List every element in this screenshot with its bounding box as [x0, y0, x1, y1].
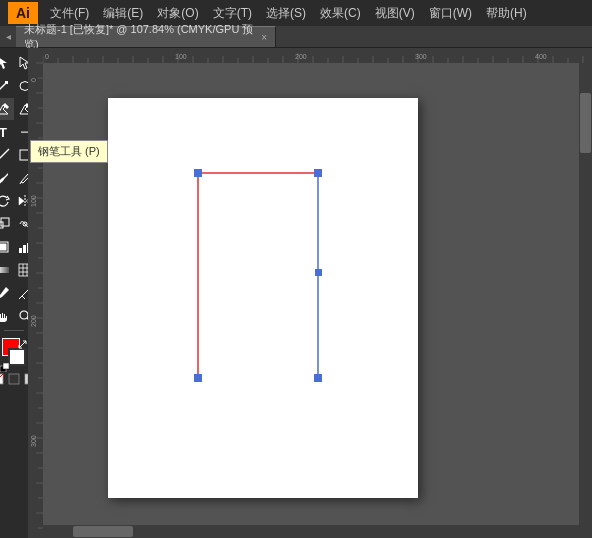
canvas-area[interactable]: 0 100 200 300 400 [28, 48, 592, 538]
selection-tool[interactable] [0, 52, 14, 74]
main-area: T T [0, 48, 592, 538]
menu-help[interactable]: 帮助(H) [480, 3, 533, 24]
svg-rect-1 [5, 81, 8, 84]
default-colors-icon[interactable] [0, 361, 9, 370]
hand-tool[interactable] [0, 305, 14, 327]
svg-rect-121 [194, 169, 202, 177]
svg-text:0: 0 [30, 78, 37, 82]
scroll-corner [579, 525, 592, 538]
svg-text:200: 200 [295, 53, 307, 60]
svg-point-27 [20, 311, 28, 319]
svg-rect-124 [314, 374, 322, 382]
svg-line-25 [19, 296, 22, 299]
gradient-row [0, 259, 28, 281]
svg-rect-123 [194, 374, 202, 382]
type-tool[interactable]: T [0, 121, 14, 143]
graph-row [0, 236, 28, 258]
svg-text:400: 400 [535, 53, 547, 60]
toolbar-divider [4, 330, 24, 331]
pen-tool-row [0, 98, 28, 120]
svg-text:100: 100 [30, 195, 37, 207]
type-tool-row: T T [0, 121, 28, 143]
path-drawing [108, 98, 418, 498]
tab-scroll-left[interactable]: ◂ [0, 26, 16, 47]
paintbrush-row [0, 167, 28, 189]
svg-marker-6 [19, 197, 24, 205]
app-logo: Ai [8, 2, 38, 24]
scroll-v-thumb[interactable] [580, 93, 591, 153]
stroke-fill-controls [0, 338, 28, 370]
menu-edit[interactable]: 编辑(E) [97, 3, 149, 24]
rotate-tool[interactable] [0, 190, 14, 212]
hand-zoom-row [0, 305, 28, 327]
swap-colors-icon[interactable] [18, 338, 27, 347]
toolbar: T T [0, 48, 28, 538]
line-segment-tool[interactable] [0, 144, 14, 166]
active-tab[interactable]: 未标题-1 [已恢复]* @ 107.84% (CMYK/GPU 预览) × [16, 26, 276, 47]
free-transform-tool[interactable] [0, 236, 14, 258]
scroll-h-thumb[interactable] [73, 526, 133, 537]
menu-text[interactable]: 文字(T) [207, 3, 258, 24]
paintbrush-tool[interactable] [0, 167, 14, 189]
svg-line-0 [0, 83, 6, 91]
eyedropper-tool[interactable] [0, 282, 14, 304]
svg-rect-79 [28, 48, 43, 538]
svg-line-29 [19, 341, 26, 348]
svg-rect-31 [3, 363, 9, 369]
horizontal-scrollbar[interactable] [43, 525, 579, 538]
svg-text:300: 300 [30, 435, 37, 447]
line-tool-row [0, 144, 28, 166]
svg-rect-15 [23, 245, 26, 253]
menu-view[interactable]: 视图(V) [369, 3, 421, 24]
svg-rect-125 [315, 269, 322, 276]
rotate-row [0, 190, 28, 212]
selection-tool-row [0, 52, 28, 74]
svg-rect-36 [28, 48, 592, 63]
stroke-color-box[interactable] [8, 348, 26, 366]
svg-rect-122 [314, 169, 322, 177]
svg-rect-17 [0, 267, 9, 273]
no-color-button[interactable] [0, 372, 5, 386]
vertical-ruler: 0 100 200 300 [28, 48, 43, 538]
svg-rect-34 [9, 374, 19, 384]
magic-wand-tool[interactable] [0, 75, 14, 97]
svg-text:100: 100 [175, 53, 187, 60]
menu-window[interactable]: 窗口(W) [423, 3, 478, 24]
tab-bar: ◂ 未标题-1 [已恢复]* @ 107.84% (CMYK/GPU 预览) × [0, 26, 592, 48]
svg-text:200: 200 [30, 315, 37, 327]
eyedropper-row [0, 282, 28, 304]
tab-close-button[interactable]: × [261, 32, 267, 43]
svg-line-26 [22, 296, 25, 299]
horizontal-ruler: 0 100 200 300 400 [28, 48, 592, 63]
svg-line-5 [20, 182, 21, 184]
svg-text:0: 0 [45, 53, 49, 60]
vertical-scrollbar[interactable] [579, 63, 592, 525]
gradient-tool[interactable] [0, 259, 14, 281]
pen-tool[interactable] [0, 98, 14, 120]
menu-select[interactable]: 选择(S) [260, 3, 312, 24]
wand-lasso-row [0, 75, 28, 97]
svg-line-3 [0, 149, 9, 161]
scale-row [0, 213, 28, 235]
color-button[interactable] [7, 372, 21, 386]
menu-effect[interactable]: 效果(C) [314, 3, 367, 24]
svg-rect-14 [19, 248, 22, 253]
menu-file[interactable]: 文件(F) [44, 3, 95, 24]
svg-rect-13 [0, 244, 6, 250]
svg-text:300: 300 [415, 53, 427, 60]
menu-bar: 文件(F) 编辑(E) 对象(O) 文字(T) 选择(S) 效果(C) 视图(V… [44, 3, 584, 24]
document-canvas [108, 98, 418, 498]
scale-tool[interactable] [0, 213, 14, 235]
menu-object[interactable]: 对象(O) [151, 3, 204, 24]
